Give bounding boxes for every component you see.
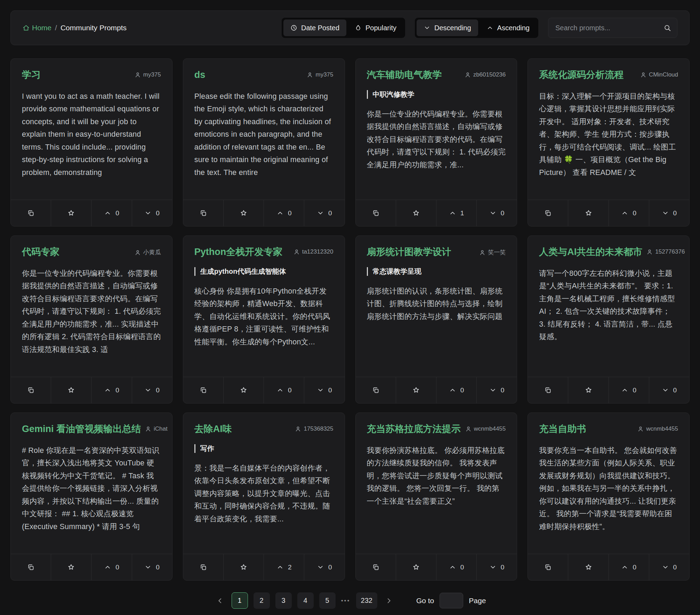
chevron-down-icon — [662, 564, 669, 571]
downvote-button[interactable]: 0 — [649, 377, 689, 403]
card-footer: 0 0 — [528, 200, 689, 226]
copy-button[interactable] — [11, 554, 51, 580]
upvote-button[interactable]: 0 — [609, 554, 649, 580]
card-main: Gemini 看油管视频输出总结 iChat # Role 你现在是一名资深的中… — [11, 413, 172, 554]
upvote-button[interactable]: 2 — [264, 554, 304, 580]
prompt-card[interactable]: 充当自助书 wcnmb4455 我要你充当一本自助书。 您会就如何改善我生活的某… — [528, 413, 690, 581]
page-button-4[interactable]: 4 — [297, 592, 314, 609]
favorite-button[interactable] — [568, 200, 608, 226]
card-title: 系统化源码分析流程 — [539, 69, 623, 81]
breadcrumb-home-link[interactable]: Home — [23, 24, 51, 32]
page-button-3[interactable]: 3 — [275, 592, 292, 609]
favorite-button[interactable] — [223, 200, 264, 226]
favorite-button[interactable] — [396, 377, 436, 403]
card-title: 代码专家 — [22, 246, 59, 258]
ascending-button[interactable]: Ascending — [480, 19, 537, 36]
upvote-button[interactable]: 0 — [91, 377, 131, 403]
descending-button[interactable]: Descending — [417, 19, 478, 36]
card-author: CMinCloud — [640, 71, 678, 78]
search-input[interactable] — [548, 18, 677, 38]
card-author: wcnmb4455 — [637, 425, 678, 432]
favorite-button[interactable] — [51, 200, 91, 226]
downvote-button[interactable]: 0 — [476, 554, 517, 580]
prompt-card[interactable]: 充当苏格拉底方法提示 wcnmb4455 我要你扮演苏格拉底。 你必须用苏格拉底… — [355, 413, 517, 581]
copy-button[interactable] — [11, 377, 51, 403]
prompt-card[interactable]: 人类与AI共生的未来都市 152776376 请写一个800字左右的科幻微小说，… — [528, 235, 690, 404]
copy-button[interactable] — [183, 377, 223, 403]
upvote-button[interactable]: 0 — [91, 200, 131, 226]
prompt-card[interactable]: ds my375 Please edit the following passa… — [183, 58, 345, 226]
downvote-button[interactable]: 0 — [304, 377, 344, 403]
top-bar: Home / Community Prompts Date Posted Pop… — [10, 10, 690, 45]
page-button-last[interactable]: 232 — [356, 592, 377, 609]
downvote-button[interactable]: 0 — [476, 200, 517, 226]
user-icon — [307, 72, 313, 78]
sort-order-group: Descending Ascending — [415, 18, 538, 38]
prompt-card[interactable]: 汽车辅助电气教学 zb60150236 中职汽修教学 你是一位专业的代码编程专业… — [355, 58, 517, 226]
downvote-button[interactable]: 0 — [304, 200, 344, 226]
downvote-count: 0 — [501, 564, 505, 571]
prompt-card[interactable]: 学习 my375 I want you to act as a math tea… — [10, 58, 172, 226]
favorite-button[interactable] — [223, 554, 264, 580]
copy-button[interactable] — [11, 200, 51, 226]
star-icon — [585, 386, 592, 394]
prompt-card[interactable]: 系统化源码分析流程 CMinCloud 目标：深入理解一个开源项目的架构与核心逻… — [528, 58, 690, 226]
page-button-5[interactable]: 5 — [319, 592, 336, 609]
copy-button[interactable] — [528, 200, 568, 226]
copy-button[interactable] — [356, 377, 396, 403]
card-footer: 2 0 — [183, 554, 345, 580]
favorite-button[interactable] — [223, 377, 264, 403]
page-button-2[interactable]: 2 — [254, 592, 270, 609]
card-footer: 0 0 — [528, 554, 689, 580]
upvote-button[interactable]: 0 — [264, 377, 304, 403]
favorite-button[interactable] — [568, 377, 608, 403]
favorite-button[interactable] — [396, 200, 436, 226]
downvote-button[interactable]: 0 — [132, 554, 172, 580]
star-icon — [412, 209, 420, 217]
copy-button[interactable] — [356, 554, 396, 580]
prompt-card[interactable]: Python全栈开发专家 ta12312320 生成python代码生成智能体 … — [183, 235, 345, 404]
card-title: 汽车辅助电气教学 — [367, 69, 442, 81]
goto-page-input[interactable] — [440, 593, 463, 608]
upvote-button[interactable]: 0 — [436, 377, 476, 403]
card-footer: 0 0 — [528, 377, 689, 403]
downvote-button[interactable]: 0 — [132, 200, 172, 226]
downvote-button[interactable]: 0 — [476, 377, 517, 403]
copy-button[interactable] — [183, 200, 223, 226]
card-body: 我要你充当一本自助书。 您会就如何改善我生活的某些方面（例如人际关系、职业发展或… — [539, 444, 678, 551]
card-main: 人类与AI共生的未来都市 152776376 请写一个800字左右的科幻微小说，… — [528, 236, 689, 377]
downvote-button[interactable]: 0 — [304, 554, 344, 580]
copy-button[interactable] — [356, 200, 396, 226]
card-footer: 1 0 — [356, 200, 517, 226]
card-title: 去除AI味 — [194, 423, 232, 435]
copy-button[interactable] — [183, 554, 223, 580]
prompt-card[interactable]: 去除AI味 175368325 写作 景：我是一名自媒体平台的内容创作者，依靠今… — [183, 413, 345, 581]
favorite-button[interactable] — [51, 554, 91, 580]
user-icon — [295, 426, 301, 432]
next-page-button[interactable] — [383, 593, 395, 609]
upvote-button[interactable]: 0 — [436, 554, 476, 580]
prompt-card[interactable]: 扇形统计图教学设计 笑一笑 常态课教学呈现 扇形统计图的认识，条形统计图、扇形统… — [355, 235, 517, 404]
favorite-button[interactable] — [396, 554, 436, 580]
upvote-button[interactable]: 0 — [609, 377, 649, 403]
popularity-button[interactable]: Popularity — [348, 19, 403, 36]
copy-button[interactable] — [528, 554, 568, 580]
page-title: Community Prompts — [61, 24, 127, 32]
upvote-button[interactable]: 0 — [91, 554, 131, 580]
downvote-button[interactable]: 0 — [132, 377, 172, 403]
favorite-button[interactable] — [568, 554, 608, 580]
upvote-button[interactable]: 0 — [264, 200, 304, 226]
copy-button[interactable] — [528, 377, 568, 403]
page-button-1[interactable]: 1 — [232, 592, 248, 609]
card-author: my375 — [135, 71, 161, 78]
card-author: my375 — [307, 71, 333, 78]
downvote-button[interactable]: 0 — [649, 554, 689, 580]
prompt-card[interactable]: 代码专家 小黄瓜 你是一位专业的代码编程专业。你需要根据我提供的自然语言描述，自… — [10, 235, 172, 404]
upvote-button[interactable]: 0 — [609, 200, 649, 226]
prompt-card[interactable]: Gemini 看油管视频输出总结 iChat # Role 你现在是一名资深的中… — [10, 413, 172, 581]
downvote-button[interactable]: 0 — [649, 200, 689, 226]
favorite-button[interactable] — [51, 377, 91, 403]
previous-page-button[interactable] — [214, 593, 226, 609]
date-posted-button[interactable]: Date Posted — [283, 19, 346, 36]
upvote-button[interactable]: 1 — [436, 200, 476, 226]
